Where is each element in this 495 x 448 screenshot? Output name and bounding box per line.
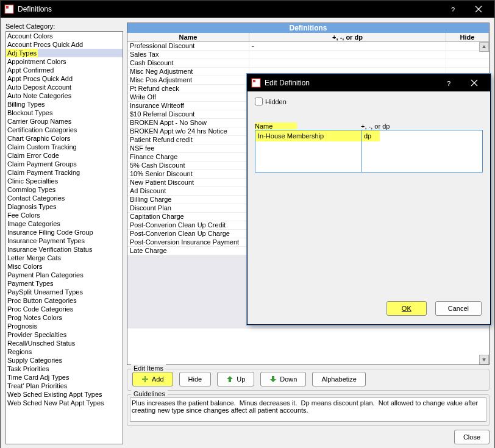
definitions-window: Definitions ? Select Category: Account C…: [0, 0, 495, 448]
category-item[interactable]: Diagnosis Types: [6, 202, 123, 211]
category-item[interactable]: Auto Deposit Account: [6, 83, 123, 91]
up-button[interactable]: Up: [217, 372, 254, 386]
main-close-label: Close: [463, 433, 480, 441]
grid-columns: Name +, -, or dp Hide: [127, 33, 489, 42]
main-title: Definitions: [18, 5, 442, 13]
dp-input[interactable]: [361, 130, 380, 141]
category-item[interactable]: Appt Confirmed: [6, 66, 123, 74]
category-item[interactable]: Misc Colors: [6, 262, 123, 271]
modal-titlebar: Edit Definition ?: [248, 74, 490, 91]
category-item[interactable]: Proc Button Categories: [6, 296, 123, 305]
down-button[interactable]: Down: [260, 372, 306, 386]
svg-text:?: ?: [451, 6, 455, 13]
category-item[interactable]: PaySplit Unearned Types: [6, 288, 123, 296]
category-item[interactable]: Auto Note Categories: [6, 91, 123, 100]
name-label: Name: [255, 123, 297, 130]
category-item[interactable]: Task Priorities: [6, 364, 123, 373]
add-button[interactable]: Add: [132, 372, 173, 386]
scroll-down-icon[interactable]: [479, 355, 489, 364]
cell-name: Late Charge: [127, 247, 249, 255]
hidden-checkbox[interactable]: [255, 98, 263, 105]
category-item[interactable]: Claim Payment Groups: [6, 160, 123, 168]
scroll-up-icon[interactable]: [479, 42, 489, 52]
down-button-label: Down: [280, 375, 297, 383]
category-item[interactable]: Proc Code Categories: [6, 305, 123, 313]
category-item[interactable]: Claim Error Code: [6, 151, 123, 160]
add-button-label: Add: [152, 375, 164, 383]
table-row[interactable]: Professional Discount-: [127, 42, 489, 51]
category-item[interactable]: Appt Procs Quick Add: [6, 74, 123, 83]
cell-name: $10 Referral Discount: [127, 110, 249, 118]
category-item[interactable]: Payment Types: [6, 279, 123, 288]
category-item[interactable]: Treat' Plan Priorities: [6, 382, 123, 390]
modal-help-button[interactable]: ?: [438, 74, 462, 91]
main-body: Select Category: Account ColorsAccount P…: [1, 18, 494, 448]
category-item[interactable]: Web Sched Existing Appt Types: [6, 390, 123, 399]
category-item[interactable]: Blockout Types: [6, 108, 123, 117]
table-row[interactable]: Cash Discount: [127, 59, 489, 68]
category-item[interactable]: Prog Notes Colors: [6, 313, 123, 322]
category-item[interactable]: Regions: [6, 347, 123, 356]
cell-name: Professional Discount: [127, 42, 249, 50]
help-button[interactable]: ?: [442, 1, 466, 18]
category-item[interactable]: Image Categories: [6, 219, 123, 228]
cell-name: 5% Cash Discount: [127, 162, 249, 169]
category-item[interactable]: Account Colors: [6, 32, 123, 40]
category-item[interactable]: Insurance Verification Status: [6, 245, 123, 254]
category-item[interactable]: Carrier Group Names: [6, 117, 123, 126]
category-item[interactable]: Letter Merge Cats: [6, 254, 123, 262]
category-item[interactable]: Claim Payment Tracking: [6, 168, 123, 177]
category-item[interactable]: Appointment Colors: [6, 57, 123, 66]
cell-name: Sales Tax: [127, 51, 249, 59]
category-item[interactable]: Recall/Unsched Status: [6, 339, 123, 347]
category-item[interactable]: Clinic Specialties: [6, 177, 123, 185]
cell-name: Finance Charge: [127, 153, 249, 161]
dp-label: +, -, or dp: [361, 123, 390, 130]
cell-name: Billing Charge: [127, 196, 249, 204]
category-item[interactable]: Web Sched New Pat Appt Types: [6, 399, 123, 407]
cell-name: Post-Conversion Insurance Payment: [127, 238, 249, 246]
cell-dp: -: [249, 42, 446, 50]
category-item[interactable]: Supply Categories: [6, 356, 123, 364]
category-item[interactable]: Insurance Filing Code Group: [6, 228, 123, 236]
cell-name: Misc Neg Adjustment: [127, 68, 249, 76]
table-row[interactable]: Sales Tax: [127, 51, 489, 59]
category-item[interactable]: Prognosis: [6, 322, 123, 330]
cell-dp: [249, 59, 446, 67]
category-list[interactable]: Account ColorsAccount Procs Quick AddAdj…: [5, 31, 123, 444]
category-item[interactable]: Chart Graphic Colors: [6, 134, 123, 143]
main-close-button[interactable]: Close: [454, 430, 490, 444]
col-header-dp[interactable]: +, -, or dp: [249, 33, 446, 41]
cell-name: NSF fee: [127, 144, 249, 152]
cell-name: Cash Discount: [127, 59, 249, 67]
ok-button[interactable]: OK: [386, 301, 427, 316]
hidden-label: Hidden: [265, 98, 287, 105]
cell-name: New Patient Discount: [127, 179, 249, 187]
category-item[interactable]: Fee Colors: [6, 211, 123, 219]
category-item[interactable]: Commlog Types: [6, 185, 123, 194]
category-item[interactable]: Time Card Adj Types: [6, 373, 123, 382]
category-item[interactable]: Certification Categories: [6, 126, 123, 134]
category-item[interactable]: Account Procs Quick Add: [6, 40, 123, 49]
category-item[interactable]: Adj Types: [6, 49, 123, 57]
category-item[interactable]: Contact Categories: [6, 194, 123, 202]
col-header-hide[interactable]: Hide: [446, 33, 489, 41]
alphabetize-button[interactable]: Alphabetize: [312, 372, 366, 386]
close-button[interactable]: [466, 1, 491, 18]
svg-rect-8: [253, 80, 255, 82]
category-item[interactable]: Payment Plan Categories: [6, 271, 123, 279]
category-item[interactable]: Provider Specialties: [6, 330, 123, 339]
cell-name: Pt Refund check: [127, 85, 249, 93]
arrow-up-icon: [226, 375, 233, 383]
cancel-button[interactable]: Cancel: [435, 301, 482, 316]
hide-button[interactable]: Hide: [179, 372, 212, 386]
category-item[interactable]: Insurance Payment Types: [6, 236, 123, 245]
name-input[interactable]: [255, 130, 361, 141]
cell-name: Patient Refund credit: [127, 136, 249, 144]
modal-close-button[interactable]: [462, 74, 486, 91]
category-item[interactable]: Billing Types: [6, 100, 123, 108]
col-header-name[interactable]: Name: [127, 33, 249, 41]
hide-button-label: Hide: [188, 375, 202, 383]
cell-name: BROKEN Appt - No Show: [127, 119, 249, 127]
category-item[interactable]: Claim Custom Tracking: [6, 143, 123, 151]
